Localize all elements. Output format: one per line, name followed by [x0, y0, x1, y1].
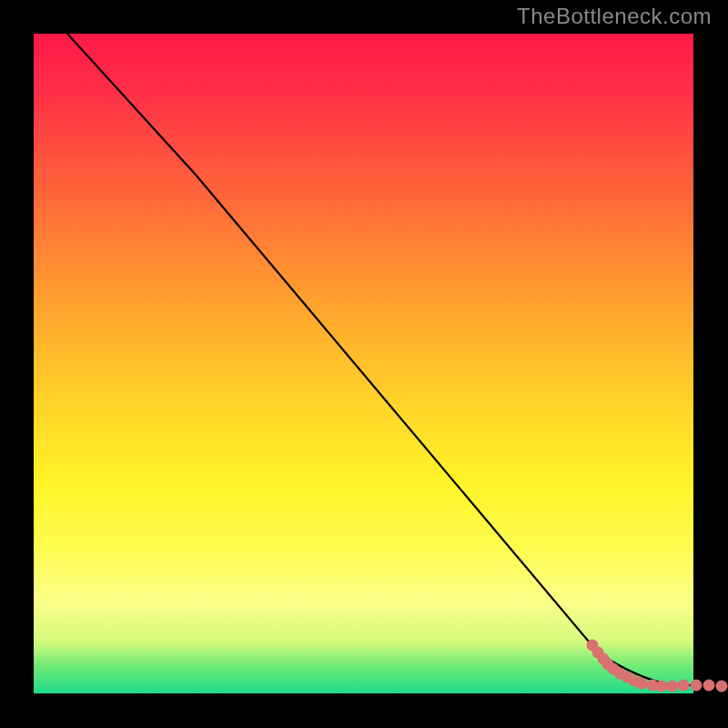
data-point — [703, 680, 715, 692]
chart-overlay — [34, 34, 693, 693]
data-point — [636, 678, 648, 690]
scatter-points — [587, 640, 729, 693]
data-point — [667, 681, 679, 693]
watermark-label: TheBottleneck.com — [517, 4, 712, 29]
data-point — [678, 680, 690, 692]
chart-frame: TheBottleneck.com — [0, 0, 728, 728]
data-point — [716, 681, 728, 693]
data-point — [656, 681, 668, 693]
bottleneck-curve — [67, 34, 725, 685]
data-point — [691, 680, 703, 692]
